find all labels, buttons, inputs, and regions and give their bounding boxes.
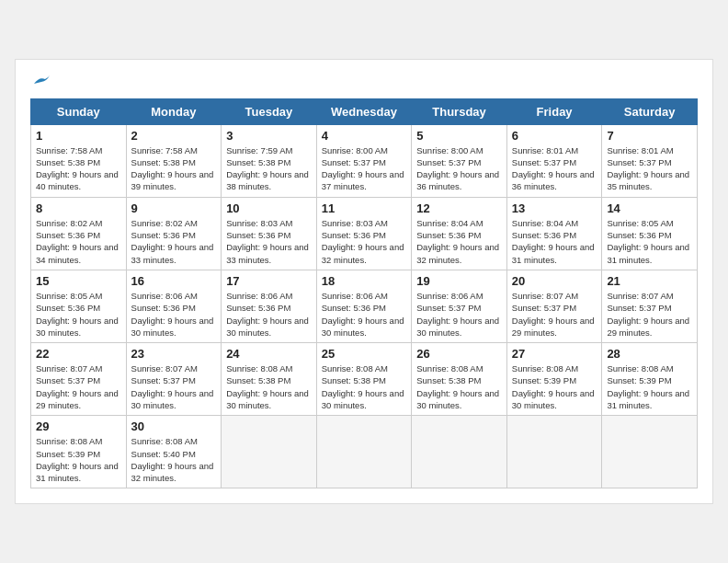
day-info: Sunrise: 8:06 AM Sunset: 5:36 PM Dayligh…: [322, 290, 407, 339]
calendar-cell: 2Sunrise: 7:58 AM Sunset: 5:38 PM Daylig…: [126, 124, 222, 197]
weekday-header-saturday: Saturday: [602, 98, 698, 124]
day-number: 14: [607, 201, 692, 215]
day-info: Sunrise: 8:00 AM Sunset: 5:37 PM Dayligh…: [416, 144, 502, 193]
day-number: 27: [512, 347, 597, 361]
day-number: 13: [512, 201, 597, 215]
logo: [30, 75, 51, 87]
calendar-cell: 15Sunrise: 8:05 AM Sunset: 5:36 PM Dayli…: [31, 270, 127, 342]
calendar-table: SundayMondayTuesdayWednesdayThursdayFrid…: [30, 98, 698, 489]
calendar-cell: 26Sunrise: 8:08 AM Sunset: 5:38 PM Dayli…: [412, 343, 507, 416]
weekday-header-thursday: Thursday: [412, 98, 507, 124]
day-info: Sunrise: 8:07 AM Sunset: 5:37 PM Dayligh…: [36, 362, 121, 411]
day-info: Sunrise: 8:08 AM Sunset: 5:39 PM Dayligh…: [36, 435, 121, 484]
calendar-cell: 11Sunrise: 8:03 AM Sunset: 5:36 PM Dayli…: [316, 197, 412, 270]
day-number: 6: [512, 129, 597, 143]
calendar-week-row: 29Sunrise: 8:08 AM Sunset: 5:39 PM Dayli…: [31, 416, 698, 488]
day-info: Sunrise: 8:01 AM Sunset: 5:37 PM Dayligh…: [512, 144, 597, 193]
calendar-week-row: 22Sunrise: 8:07 AM Sunset: 5:37 PM Dayli…: [31, 343, 698, 416]
day-info: Sunrise: 8:02 AM Sunset: 5:36 PM Dayligh…: [36, 217, 121, 266]
day-number: 21: [607, 274, 692, 288]
day-number: 19: [416, 274, 502, 288]
day-number: 2: [131, 129, 217, 143]
weekday-header-wednesday: Wednesday: [316, 98, 412, 124]
calendar-cell: 8Sunrise: 8:02 AM Sunset: 5:36 PM Daylig…: [31, 197, 127, 270]
calendar-cell: 4Sunrise: 8:00 AM Sunset: 5:37 PM Daylig…: [316, 124, 412, 197]
day-number: 7: [607, 129, 692, 143]
calendar-cell: [222, 416, 317, 488]
calendar-cell: 29Sunrise: 8:08 AM Sunset: 5:39 PM Dayli…: [31, 416, 127, 488]
day-info: Sunrise: 8:05 AM Sunset: 5:36 PM Dayligh…: [607, 217, 692, 266]
calendar-cell: 18Sunrise: 8:06 AM Sunset: 5:36 PM Dayli…: [316, 270, 412, 342]
day-number: 5: [416, 129, 502, 143]
day-info: Sunrise: 8:02 AM Sunset: 5:36 PM Dayligh…: [131, 217, 217, 266]
day-number: 24: [226, 347, 312, 361]
day-info: Sunrise: 8:07 AM Sunset: 5:37 PM Dayligh…: [512, 290, 597, 339]
calendar-cell: 17Sunrise: 8:06 AM Sunset: 5:36 PM Dayli…: [222, 270, 317, 342]
day-info: Sunrise: 8:04 AM Sunset: 5:36 PM Dayligh…: [512, 217, 597, 266]
day-number: 29: [36, 419, 121, 433]
day-info: Sunrise: 7:58 AM Sunset: 5:38 PM Dayligh…: [131, 144, 217, 193]
day-info: Sunrise: 8:04 AM Sunset: 5:36 PM Dayligh…: [416, 217, 502, 266]
calendar-header: [30, 75, 698, 87]
calendar-cell: 24Sunrise: 8:08 AM Sunset: 5:38 PM Dayli…: [222, 343, 317, 416]
day-info: Sunrise: 8:07 AM Sunset: 5:37 PM Dayligh…: [131, 362, 217, 411]
calendar-cell: 28Sunrise: 8:08 AM Sunset: 5:39 PM Dayli…: [602, 343, 698, 416]
day-info: Sunrise: 8:03 AM Sunset: 5:36 PM Dayligh…: [226, 217, 312, 266]
calendar-cell: 19Sunrise: 8:06 AM Sunset: 5:37 PM Dayli…: [412, 270, 507, 342]
day-info: Sunrise: 8:00 AM Sunset: 5:37 PM Dayligh…: [322, 144, 407, 193]
weekday-header-tuesday: Tuesday: [222, 98, 317, 124]
calendar-cell: 1Sunrise: 7:58 AM Sunset: 5:38 PM Daylig…: [31, 124, 127, 197]
day-info: Sunrise: 7:58 AM Sunset: 5:38 PM Dayligh…: [36, 144, 121, 193]
calendar-cell: 30Sunrise: 8:08 AM Sunset: 5:40 PM Dayli…: [126, 416, 222, 488]
day-number: 12: [416, 201, 502, 215]
day-number: 9: [131, 201, 217, 215]
calendar-cell: 27Sunrise: 8:08 AM Sunset: 5:39 PM Dayli…: [506, 343, 602, 416]
calendar-cell: 10Sunrise: 8:03 AM Sunset: 5:36 PM Dayli…: [222, 197, 317, 270]
day-number: 1: [36, 129, 121, 143]
calendar-cell: [506, 416, 602, 488]
calendar-cell: 7Sunrise: 8:01 AM Sunset: 5:37 PM Daylig…: [602, 124, 698, 197]
day-number: 10: [226, 201, 312, 215]
day-number: 26: [416, 347, 502, 361]
day-info: Sunrise: 8:07 AM Sunset: 5:37 PM Dayligh…: [607, 290, 692, 339]
day-number: 18: [322, 274, 407, 288]
calendar-cell: 20Sunrise: 8:07 AM Sunset: 5:37 PM Dayli…: [506, 270, 602, 342]
day-number: 17: [226, 274, 312, 288]
day-number: 25: [322, 347, 407, 361]
day-info: Sunrise: 7:59 AM Sunset: 5:38 PM Dayligh…: [226, 144, 312, 193]
day-info: Sunrise: 8:08 AM Sunset: 5:38 PM Dayligh…: [226, 362, 312, 411]
calendar-week-row: 8Sunrise: 8:02 AM Sunset: 5:36 PM Daylig…: [31, 197, 698, 270]
calendar-cell: 21Sunrise: 8:07 AM Sunset: 5:37 PM Dayli…: [602, 270, 698, 342]
weekday-header-sunday: Sunday: [31, 98, 127, 124]
day-info: Sunrise: 8:08 AM Sunset: 5:40 PM Dayligh…: [131, 435, 217, 484]
calendar-cell: 13Sunrise: 8:04 AM Sunset: 5:36 PM Dayli…: [506, 197, 602, 270]
day-info: Sunrise: 8:05 AM Sunset: 5:36 PM Dayligh…: [36, 290, 121, 339]
calendar-cell: 9Sunrise: 8:02 AM Sunset: 5:36 PM Daylig…: [126, 197, 222, 270]
day-info: Sunrise: 8:03 AM Sunset: 5:36 PM Dayligh…: [322, 217, 407, 266]
calendar-cell: 5Sunrise: 8:00 AM Sunset: 5:37 PM Daylig…: [412, 124, 507, 197]
day-number: 4: [322, 129, 407, 143]
calendar-container: SundayMondayTuesdayWednesdayThursdayFrid…: [15, 59, 713, 505]
calendar-cell: 16Sunrise: 8:06 AM Sunset: 5:36 PM Dayli…: [126, 270, 222, 342]
day-number: 28: [607, 347, 692, 361]
day-number: 22: [36, 347, 121, 361]
day-number: 23: [131, 347, 217, 361]
calendar-cell: 22Sunrise: 8:07 AM Sunset: 5:37 PM Dayli…: [31, 343, 127, 416]
calendar-cell: [602, 416, 698, 488]
day-number: 30: [131, 419, 217, 433]
day-info: Sunrise: 8:08 AM Sunset: 5:38 PM Dayligh…: [416, 362, 502, 411]
day-number: 8: [36, 201, 121, 215]
day-info: Sunrise: 8:06 AM Sunset: 5:37 PM Dayligh…: [416, 290, 502, 339]
day-info: Sunrise: 8:01 AM Sunset: 5:37 PM Dayligh…: [607, 144, 692, 193]
calendar-cell: 3Sunrise: 7:59 AM Sunset: 5:38 PM Daylig…: [222, 124, 317, 197]
calendar-cell: [412, 416, 507, 488]
calendar-week-row: 15Sunrise: 8:05 AM Sunset: 5:36 PM Dayli…: [31, 270, 698, 342]
day-info: Sunrise: 8:08 AM Sunset: 5:39 PM Dayligh…: [512, 362, 597, 411]
day-info: Sunrise: 8:08 AM Sunset: 5:39 PM Dayligh…: [607, 362, 692, 411]
logo-bird-icon: [32, 75, 51, 87]
calendar-cell: 12Sunrise: 8:04 AM Sunset: 5:36 PM Dayli…: [412, 197, 507, 270]
calendar-cell: [316, 416, 412, 488]
day-number: 20: [512, 274, 597, 288]
weekday-header-monday: Monday: [126, 98, 222, 124]
calendar-cell: 14Sunrise: 8:05 AM Sunset: 5:36 PM Dayli…: [602, 197, 698, 270]
